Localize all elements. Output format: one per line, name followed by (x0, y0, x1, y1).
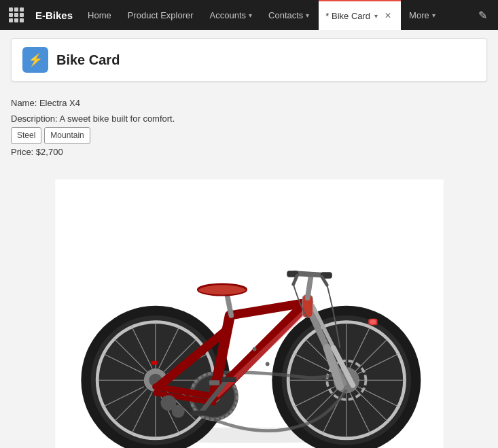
svg-rect-73 (191, 411, 207, 416)
nav-item-accounts[interactable]: Accounts ▾ (203, 0, 259, 30)
svg-point-78 (252, 347, 256, 351)
bike-name-label: Name: (11, 98, 37, 108)
active-tab-label: * Bike Card (325, 11, 370, 21)
nav-accounts-label: Accounts (210, 10, 246, 20)
app-launcher-button[interactable] (5, 4, 27, 26)
content-area: ⚡ Bike Card Name: Electra X4 Description… (0, 30, 498, 448)
card-icon: ⚡ (22, 47, 48, 73)
tab-dropdown-icon[interactable]: ▾ (374, 12, 378, 20)
card-header: ⚡ Bike Card (11, 38, 487, 82)
nav-product-label: Product Explorer (128, 10, 194, 20)
nav-contacts-label: Contacts (268, 10, 303, 20)
active-tab-bike-card[interactable]: * Bike Card ▾ ✕ (319, 0, 401, 30)
grid-icon (9, 7, 24, 22)
svg-rect-80 (151, 360, 158, 364)
bike-image-area (11, 166, 487, 448)
nav-home-label: Home (88, 10, 111, 20)
svg-point-79 (265, 362, 269, 366)
bike-tag-mountain: Mountain (44, 127, 90, 145)
bike-desc-label: Description: (11, 114, 58, 124)
bike-price-value: $2,700 (36, 147, 63, 157)
navbar: E-Bikes Home Product Explorer Accounts ▾… (0, 0, 498, 30)
nav-item-product-explorer[interactable]: Product Explorer (121, 0, 200, 30)
nav-more-label: More (409, 10, 429, 20)
svg-point-82 (370, 319, 376, 324)
bike-tags-row: Steel Mountain (11, 127, 487, 145)
nav-edit-button[interactable]: ✎ (473, 6, 493, 24)
bike-price-label: Price: (11, 147, 33, 157)
nav-item-contacts[interactable]: Contacts ▾ (262, 0, 316, 30)
brand-name[interactable]: E-Bikes (30, 10, 78, 21)
accounts-chevron-icon: ▾ (249, 12, 252, 19)
svg-point-76 (171, 404, 184, 417)
svg-rect-77 (209, 380, 219, 385)
nav-more-button[interactable]: More ▾ (404, 0, 441, 30)
bike-info: Name: Electra X4 Description: A sweet bi… (11, 92, 487, 166)
nav-item-home[interactable]: Home (81, 0, 118, 30)
bike-name-row: Name: Electra X4 (11, 95, 487, 111)
bike-desc-row: Description: A sweet bike built for comf… (11, 111, 487, 126)
bike-desc-value: A sweet bike built for comfort. (60, 114, 175, 124)
bike-tag-steel: Steel (11, 127, 41, 145)
tab-close-button[interactable]: ✕ (382, 10, 394, 22)
card-title: Bike Card (56, 52, 120, 68)
bike-svg (52, 179, 446, 448)
svg-line-63 (307, 277, 310, 298)
more-chevron-icon: ▾ (432, 12, 435, 19)
svg-rect-74 (221, 377, 236, 382)
edit-icon: ✎ (478, 10, 487, 21)
bike-illustration (52, 179, 446, 448)
bike-name-value: Electra X4 (39, 98, 80, 108)
contacts-chevron-icon: ▾ (306, 12, 309, 19)
bike-price-row: Price: $2,700 (11, 144, 487, 160)
